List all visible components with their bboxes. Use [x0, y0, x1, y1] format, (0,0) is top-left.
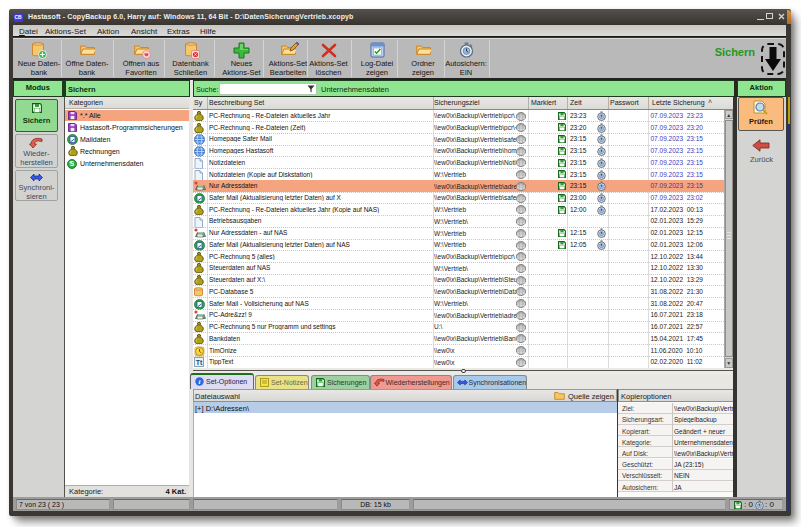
svg-text:i: i	[198, 378, 200, 386]
svg-text:S: S	[70, 160, 75, 167]
